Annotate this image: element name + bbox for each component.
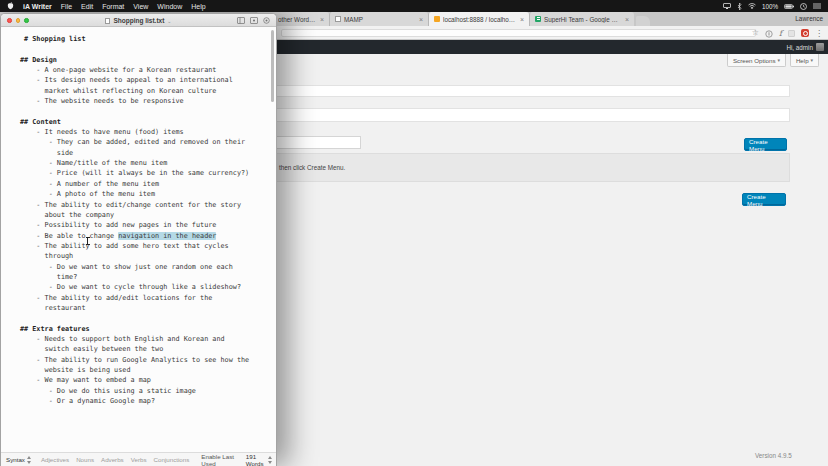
close-tab-icon[interactable]: × <box>320 16 324 23</box>
chevron-down-icon: ▾ <box>811 57 814 63</box>
page-favicon-icon <box>335 16 341 22</box>
editor-line <box>20 106 276 116</box>
help-button[interactable]: Help ▾ <box>790 54 819 67</box>
menu-name-input[interactable] <box>267 136 361 149</box>
text-editor[interactable]: # Shopping list ## Design - A one-page w… <box>1 27 276 452</box>
editor-line: - Do we want to show just one random one… <box>20 262 276 272</box>
menubar-status-area: 100% <box>723 3 821 10</box>
avatar[interactable] <box>816 43 824 51</box>
close-tab-icon[interactable]: × <box>419 16 423 23</box>
pos-items: AdjectivesNounsAdverbsVerbsConjunctions <box>41 456 189 463</box>
create-menu-button[interactable]: Create Menu <box>742 193 786 206</box>
enable-last-used-button[interactable]: Enable Last Used <box>201 453 234 466</box>
chevron-down-icon: ▾ <box>778 57 781 63</box>
menubar-item-format[interactable]: Format <box>102 3 124 10</box>
menu-structure-panel: then click Create Menu. <box>267 153 790 182</box>
document-icon <box>105 18 110 24</box>
browser-tab[interactable]: SuperHi Team - Google Sheets× <box>529 12 634 26</box>
editor-line <box>20 44 276 54</box>
document-title[interactable]: Shopping list.txt <box>113 17 164 24</box>
editor-line: - Possibility to add new pages in the fu… <box>20 220 276 230</box>
statusbar-item-verbs[interactable]: Verbs <box>131 456 147 463</box>
help-label: Help <box>796 57 809 64</box>
wp-admin-greeting[interactable]: Hi, admin <box>786 44 813 51</box>
extension-icon[interactable]: f <box>779 29 782 38</box>
scrollbar-thumb[interactable] <box>271 30 274 102</box>
close-tab-icon[interactable]: × <box>625 16 629 23</box>
menubar-item-edit[interactable]: Edit <box>81 3 93 10</box>
browser-profile-name[interactable]: Lawrence <box>795 15 823 22</box>
browser-tab[interactable]: localhost:8888 / localhost / l× <box>428 12 529 26</box>
close-tab-icon[interactable]: × <box>520 16 524 23</box>
browser-menu-icon[interactable]: ⋮ <box>815 29 823 38</box>
browser-tab[interactable]: MAMP× <box>329 12 428 26</box>
editor-line: side <box>20 148 276 158</box>
zoom-window-button[interactable] <box>24 18 29 23</box>
tab-label: MAMP <box>344 16 416 23</box>
statusbar-item-conjunctions[interactable]: Conjunctions <box>154 456 190 463</box>
battery-percentage: 100% <box>762 3 778 10</box>
editor-heading-line: ## Content <box>20 117 276 127</box>
notification-center-icon[interactable] <box>813 3 821 9</box>
editor-line: - It needs to have menu (food) items <box>20 127 276 137</box>
new-tab-button[interactable] <box>636 16 650 26</box>
editor-heading-line: ## Design <box>20 55 276 65</box>
syntax-control[interactable]: Syntax <box>6 456 32 464</box>
window-controls <box>7 18 29 23</box>
wifi-icon[interactable] <box>748 3 756 9</box>
editor-heading-line: # Shopping list <box>20 34 276 44</box>
screen: iA Writer FileEditFormatViewWindowHelp 1… <box>0 0 828 466</box>
editor-line: - A one-page website for a Korean restau… <box>20 65 276 75</box>
wp-version-text: Version 4.9.5 <box>755 452 792 459</box>
editor-line: time? <box>20 272 276 282</box>
menubar-item-file[interactable]: File <box>61 3 72 10</box>
apple-icon[interactable] <box>7 2 14 11</box>
editor-line: - A photo of the menu item <box>20 189 276 199</box>
editor-line: - Do we want to cycle through like a sli… <box>20 282 276 292</box>
editor-line <box>20 313 276 323</box>
editor-heading-line: ## Extra features <box>20 324 276 334</box>
bluetooth-icon[interactable] <box>737 3 742 10</box>
wp-nav-tab-bar <box>267 85 790 97</box>
editor-line: - Its design needs to appeal to an inter… <box>20 75 276 85</box>
text-selection: navigation in the header <box>118 232 216 240</box>
preview-icon[interactable] <box>250 17 258 24</box>
toolbar-icons: ☆ f ⋮ <box>752 26 823 40</box>
create-menu-button[interactable]: Create Menu <box>744 138 787 151</box>
sheets-favicon-icon <box>535 16 541 22</box>
editor-line: - We may want to embed a map <box>20 375 276 385</box>
menubar-app-name[interactable]: iA Writer <box>23 3 52 10</box>
library-icon[interactable] <box>237 17 245 24</box>
menubar-item-help[interactable]: Help <box>191 3 205 10</box>
statusbar-item-nouns[interactable]: Nouns <box>76 456 94 463</box>
screen-options-button[interactable]: Screen Options ▾ <box>727 54 786 67</box>
editor-line: through <box>20 251 276 261</box>
display-icon[interactable] <box>723 3 731 9</box>
clock-icon[interactable] <box>800 3 807 10</box>
word-count-control[interactable]: 191 Words <box>246 453 271 466</box>
editor-line: - Do we do this using a static image <box>20 386 276 396</box>
focus-mode-icon[interactable] <box>263 17 270 24</box>
statusbar-item-adjectives[interactable]: Adjectives <box>41 456 69 463</box>
adblock-shield-icon[interactable] <box>801 29 809 37</box>
editor-line: - Price (will it always be in the same c… <box>20 168 276 178</box>
syntax-label: Syntax <box>6 456 25 463</box>
bookmark-star-icon[interactable]: ☆ <box>752 29 759 37</box>
statusbar-item-adverbs[interactable]: Adverbs <box>101 456 124 463</box>
window-title-bar[interactable]: Shopping list.txt ⌄ <box>1 14 276 27</box>
address-bar[interactable] <box>281 29 756 37</box>
editor-line: - The ability to add some hero text that… <box>20 241 276 251</box>
close-window-button[interactable] <box>7 18 12 23</box>
menubar-item-window[interactable]: Window <box>157 3 182 10</box>
editor-lines: # Shopping list ## Design - A one-page w… <box>1 27 276 406</box>
editor-line: - Be able to change navigation in the he… <box>20 231 276 241</box>
battery-icon[interactable] <box>784 4 794 9</box>
editor-line: market whilst reflecting on Korean cultu… <box>20 86 276 96</box>
tab-strip-tabs: other WordPres×MAMP×localhost:8888 / loc… <box>255 12 634 26</box>
editor-line: website is being used <box>20 365 276 375</box>
editor-line: - Or a dynamic Google map? <box>20 396 276 406</box>
title-chevron-icon[interactable]: ⌄ <box>167 18 171 24</box>
menubar-item-view[interactable]: View <box>133 3 148 10</box>
disabled-extension-icon[interactable] <box>788 30 795 37</box>
minimize-window-button[interactable] <box>16 18 21 23</box>
